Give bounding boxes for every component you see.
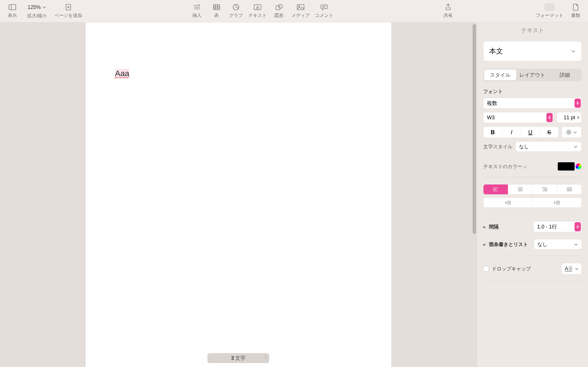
chevron-down-icon [574, 242, 578, 247]
view-button[interactable]: 表示 [5, 3, 20, 19]
indent-button[interactable] [533, 198, 581, 207]
bullets-label: 箇条書きとリスト [489, 241, 528, 248]
dropcap-row: ドロップキャップ A [483, 263, 582, 274]
svg-rect-0 [9, 5, 16, 10]
stepper-icon[interactable]: ˄˅ [264, 356, 266, 360]
outdent-button[interactable] [483, 198, 533, 207]
advanced-options-button[interactable] [562, 126, 582, 138]
spacing-label: 間隔 [489, 224, 499, 230]
bullets-row: ▶ 箇条書きとリスト なし [483, 239, 582, 249]
share-icon [444, 3, 452, 11]
share-button[interactable]: 共有 [441, 3, 455, 19]
spacing-row: ▶ 間隔 1.0 - 1行 [483, 221, 582, 232]
disclosure-triangle-icon[interactable]: ▶ [483, 242, 486, 247]
zoom-value[interactable]: 125% [25, 3, 49, 11]
horizontal-align-segmented [483, 184, 582, 195]
svg-point-19 [278, 4, 283, 8]
document-button[interactable]: 書類 [568, 3, 583, 19]
svg-point-21 [299, 6, 300, 7]
format-icon [544, 3, 555, 11]
stepper-icon[interactable] [575, 222, 581, 231]
chevron-down-icon [573, 144, 578, 149]
svg-rect-10 [213, 5, 220, 10]
font-typeface-dropdown[interactable]: W3 [483, 112, 554, 123]
chart-icon [232, 3, 240, 11]
dropcap-icon: A [564, 266, 573, 272]
chevron-down-icon [573, 130, 577, 134]
dropcap-checkbox[interactable] [483, 266, 489, 272]
align-right-button[interactable] [533, 185, 557, 194]
comment-icon [320, 3, 328, 11]
chevron-down-icon [571, 49, 576, 53]
svg-text:A: A [565, 266, 568, 272]
chart-button[interactable]: グラフ [229, 3, 243, 19]
bold-button[interactable]: B [483, 127, 502, 138]
align-left-button[interactable] [483, 185, 508, 194]
align-justify-button[interactable] [557, 185, 582, 194]
stepper-icon[interactable] [575, 99, 581, 108]
text-color-row: テキストのカラー ◇ [483, 162, 582, 171]
chevron-down-icon [42, 5, 47, 9]
table-icon [212, 3, 221, 11]
shape-button[interactable]: 図形 [272, 3, 286, 19]
char-style-label: 文字スタイル [483, 143, 512, 150]
canvas-area[interactable]: Aaa 3 文字 ˄˅ [0, 22, 477, 367]
shape-icon [275, 3, 283, 11]
italic-button[interactable]: I [502, 127, 521, 138]
svg-point-28 [568, 132, 570, 133]
spacing-dropdown[interactable]: 1.0 - 1行 [533, 221, 582, 232]
inspector-title: テキスト [477, 22, 588, 37]
stepper-icon[interactable] [546, 113, 553, 122]
tab-layout[interactable]: レイアウト [516, 70, 548, 80]
strikethrough-button[interactable]: S [540, 127, 559, 138]
dropcap-style-button[interactable]: A [562, 263, 582, 274]
text-button[interactable]: あ テキスト [248, 3, 267, 19]
font-section-label: フォント [483, 88, 582, 95]
stepper-icon[interactable] [576, 113, 581, 122]
insert-button[interactable]: 挿入 [190, 3, 204, 19]
vertical-scrollbar[interactable] [473, 24, 476, 234]
tab-style[interactable]: スタイル [484, 70, 516, 80]
media-button[interactable]: メディア [291, 3, 310, 19]
toolbar: 表示 125% 拡大/縮小 ページを追加 挿入 表 グラフ あ テキスト [0, 0, 588, 22]
comment-button[interactable]: コメント [315, 3, 333, 19]
tab-more[interactable]: 詳細 [549, 70, 581, 80]
zoom-button[interactable]: 125% 拡大/縮小 [25, 3, 49, 19]
zoom-label: 拡大/縮小 [27, 13, 47, 19]
paragraph-style-dropdown[interactable]: 本文 [483, 41, 582, 61]
underline-button[interactable]: U [521, 127, 540, 138]
dropcap-label: ドロップキャップ [492, 266, 531, 272]
table-button[interactable]: 表 [209, 3, 224, 19]
document-icon [571, 3, 580, 11]
chevron-down-icon [575, 266, 579, 271]
main-area: Aaa 3 文字 ˄˅ テキスト 本文 スタイル レイアウト 詳細 フォント 複… [0, 22, 588, 367]
disclosure-triangle-icon[interactable]: ▶ [483, 225, 486, 229]
indent-segmented [483, 197, 582, 208]
char-style-dropdown[interactable]: なし [515, 141, 582, 152]
char-count-label: 文字 [235, 355, 245, 362]
svg-rect-20 [297, 5, 304, 10]
align-center-button[interactable] [508, 185, 533, 194]
char-counter[interactable]: 3 文字 ˄˅ [208, 353, 269, 363]
alignment-section [483, 184, 582, 208]
add-page-label: ページを追加 [55, 13, 82, 19]
view-label: 表示 [8, 13, 17, 19]
format-button[interactable]: フォーマット [536, 3, 563, 19]
inspector-tabs: スタイル レイアウト 詳細 [483, 69, 582, 81]
bullets-dropdown[interactable]: なし [534, 239, 582, 249]
text-color-label: テキストのカラー [483, 164, 522, 169]
svg-text:あ: あ [256, 5, 260, 9]
document-page[interactable]: Aaa [86, 22, 391, 367]
svg-point-27 [567, 130, 571, 134]
text-color-swatch[interactable] [558, 162, 575, 171]
sidebar-icon [8, 3, 17, 11]
color-wheel-button[interactable] [575, 163, 582, 170]
text-style-segmented: B I U S [483, 126, 559, 138]
font-family-dropdown[interactable]: 複数 [483, 98, 582, 109]
document-text[interactable]: Aaa [115, 69, 129, 78]
gear-icon [566, 129, 572, 135]
textbox-icon: あ [253, 3, 262, 11]
add-page-button[interactable]: ページを追加 [55, 3, 82, 19]
inspector-panel: テキスト 本文 スタイル レイアウト 詳細 フォント 複数 W3 [477, 22, 588, 367]
font-size-field[interactable]: 11 pt [556, 112, 582, 123]
